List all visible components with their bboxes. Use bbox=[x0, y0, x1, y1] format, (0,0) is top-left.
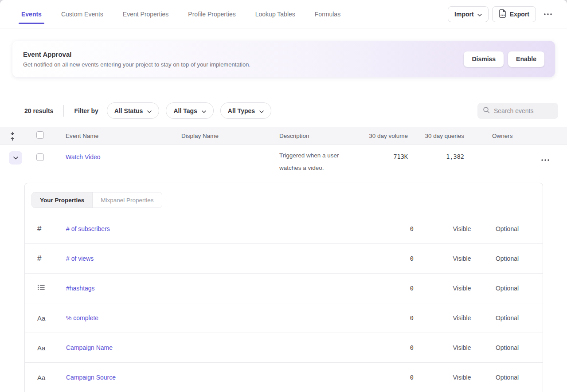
chevron-down-icon bbox=[477, 11, 482, 18]
ellipsis-icon bbox=[544, 13, 552, 15]
column-owners: Owners bbox=[464, 133, 523, 139]
text-type-icon: Aa bbox=[25, 314, 54, 322]
property-queries: 0 bbox=[374, 225, 414, 232]
lexicon-page: Events Custom Events Event Properties Pr… bbox=[0, 0, 567, 392]
divider bbox=[63, 105, 64, 117]
search-events-input[interactable] bbox=[494, 107, 551, 114]
column-description: Description bbox=[266, 133, 350, 139]
tab-custom-events[interactable]: Custom Events bbox=[61, 0, 103, 28]
tab-mixpanel-properties[interactable]: Mixpanel Properties bbox=[92, 192, 161, 208]
event-approval-banner: Event Approval Get notified on all new e… bbox=[12, 41, 555, 77]
row-checkbox[interactable] bbox=[36, 153, 44, 161]
property-link[interactable]: % complete bbox=[54, 314, 374, 321]
property-requirement[interactable]: Optional bbox=[487, 344, 527, 351]
event-queries: 1,382 bbox=[408, 145, 464, 160]
banner-text: Event Approval Get notified on all new e… bbox=[23, 51, 250, 68]
text-type-icon: Aa bbox=[25, 344, 54, 352]
filter-by-label: Filter by bbox=[74, 107, 98, 114]
property-requirement[interactable]: Optional bbox=[487, 225, 527, 232]
more-menu-button[interactable] bbox=[540, 10, 556, 19]
status-filter-label: All Status bbox=[114, 107, 143, 114]
event-row-watch-video: Watch Video Triggered when a user watche… bbox=[0, 145, 567, 176]
property-visibility[interactable]: Visible bbox=[442, 285, 482, 292]
property-row: # # of views 0 Visible Optional bbox=[25, 243, 543, 273]
property-row: Aa Campaign Source 0 Visible Optional bbox=[25, 362, 543, 392]
property-visibility[interactable]: Visible bbox=[442, 255, 482, 262]
property-requirement[interactable]: Optional bbox=[487, 255, 527, 262]
banner-description: Get notified on all new events entering … bbox=[23, 61, 250, 68]
collapse-row-button[interactable] bbox=[9, 151, 22, 165]
property-queries: 0 bbox=[374, 314, 414, 321]
number-type-icon: # bbox=[25, 254, 54, 263]
property-queries: 0 bbox=[374, 285, 414, 292]
property-link[interactable]: # of subscribers bbox=[54, 225, 374, 232]
property-link[interactable]: #hashtags bbox=[54, 285, 374, 292]
banner-actions: Dismiss Enable bbox=[464, 51, 544, 67]
nav-tabs: Events Custom Events Event Properties Pr… bbox=[21, 0, 340, 28]
status-filter-dropdown[interactable]: All Status bbox=[107, 102, 160, 119]
text-type-icon: Aa bbox=[25, 374, 54, 381]
property-requirement[interactable]: Optional bbox=[487, 374, 527, 381]
import-label: Import bbox=[454, 11, 474, 18]
chevron-down-icon bbox=[202, 107, 206, 114]
properties-panel: Your Properties Mixpanel Properties # # … bbox=[24, 183, 543, 392]
search-events-box[interactable] bbox=[477, 103, 558, 119]
property-queries: 0 bbox=[374, 344, 414, 351]
event-description: Triggered when a user watches a video. bbox=[266, 145, 340, 174]
property-row: Aa % complete 0 Visible Optional bbox=[25, 303, 543, 333]
property-visibility[interactable]: Visible bbox=[442, 314, 482, 321]
search-icon bbox=[483, 106, 490, 115]
csv-file-icon: csv bbox=[499, 9, 506, 19]
types-filter-label: All Types bbox=[228, 107, 255, 114]
number-type-icon: # bbox=[25, 224, 54, 233]
export-button[interactable]: csv Export bbox=[492, 6, 536, 22]
column-30-day-volume: 30 day volume bbox=[350, 133, 408, 139]
export-label: Export bbox=[510, 11, 529, 18]
chevron-down-icon bbox=[147, 107, 152, 114]
tags-filter-dropdown[interactable]: All Tags bbox=[166, 102, 213, 119]
chevron-down-icon bbox=[259, 107, 264, 114]
property-requirement[interactable]: Optional bbox=[487, 314, 527, 321]
property-link[interactable]: Campaign Name bbox=[54, 344, 374, 351]
property-link[interactable]: # of views bbox=[54, 255, 374, 262]
tab-profile-properties[interactable]: Profile Properties bbox=[188, 0, 235, 28]
event-volume: 713K bbox=[350, 145, 408, 160]
tags-filter-label: All Tags bbox=[173, 107, 197, 114]
property-row: #hashtags 0 Visible Optional bbox=[25, 273, 543, 303]
tab-your-properties[interactable]: Your Properties bbox=[32, 192, 92, 208]
tab-lookup-tables[interactable]: Lookup Tables bbox=[255, 0, 295, 28]
events-table-header: Event Name Display Name Description 30 d… bbox=[0, 127, 567, 145]
collapse-all-icon bbox=[10, 132, 15, 141]
svg-text:csv: csv bbox=[501, 13, 505, 16]
tab-event-properties[interactable]: Event Properties bbox=[123, 0, 169, 28]
property-visibility[interactable]: Visible bbox=[442, 374, 482, 381]
filter-bar: 20 results Filter by All Status All Tags… bbox=[0, 102, 567, 119]
property-visibility[interactable]: Visible bbox=[442, 225, 482, 232]
property-visibility[interactable]: Visible bbox=[442, 344, 482, 351]
collapse-all-cell[interactable] bbox=[0, 132, 24, 141]
enable-button[interactable]: Enable bbox=[508, 51, 544, 67]
chevron-down-icon bbox=[13, 157, 18, 160]
property-queries: 0 bbox=[374, 374, 414, 381]
column-display-name: Display Name bbox=[168, 133, 266, 139]
property-queries: 0 bbox=[374, 255, 414, 262]
import-button[interactable]: Import bbox=[448, 6, 489, 22]
column-event-name: Event Name bbox=[51, 133, 168, 139]
property-row: # # of subscribers 0 Visible Optional bbox=[25, 214, 543, 243]
event-name-link[interactable]: Watch Video bbox=[66, 145, 101, 161]
select-all-checkbox[interactable] bbox=[36, 131, 44, 139]
properties-tabbar: Your Properties Mixpanel Properties bbox=[25, 183, 543, 214]
results-count: 20 results bbox=[24, 107, 53, 114]
row-more-menu-button[interactable] bbox=[540, 154, 551, 164]
types-filter-dropdown[interactable]: All Types bbox=[220, 102, 271, 119]
property-link[interactable]: Campaign Source bbox=[54, 374, 374, 381]
banner-title: Event Approval bbox=[23, 51, 250, 58]
property-requirement[interactable]: Optional bbox=[487, 285, 527, 292]
ellipsis-icon bbox=[541, 159, 549, 161]
tab-events[interactable]: Events bbox=[21, 0, 42, 28]
tab-formulas[interactable]: Formulas bbox=[315, 0, 340, 28]
dismiss-button[interactable]: Dismiss bbox=[464, 51, 504, 67]
column-30-day-queries: 30 day queries bbox=[408, 133, 464, 139]
list-type-icon bbox=[25, 283, 54, 293]
property-row: Aa Campaign Name 0 Visible Optional bbox=[25, 333, 543, 362]
